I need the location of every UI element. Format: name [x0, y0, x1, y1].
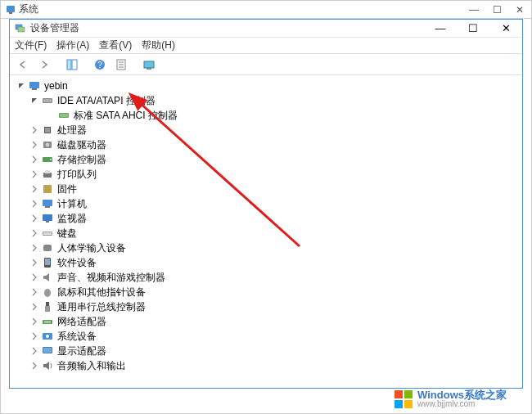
tree-child-item[interactable]: 标准 SATA AHCI 控制器: [13, 108, 522, 123]
svg-rect-13: [147, 68, 151, 70]
tree-item[interactable]: 计算机: [13, 196, 522, 211]
outer-min-button[interactable]: —: [462, 1, 485, 18]
display-icon: [41, 344, 54, 358]
tree-item-label: 声音、视频和游戏控制器: [57, 271, 165, 285]
tree-item[interactable]: IDE ATA/ATAPI 控制器: [13, 93, 522, 108]
chevron-right-icon[interactable]: [29, 346, 39, 356]
svg-rect-0: [7, 6, 15, 12]
chevron-right-icon[interactable]: [29, 125, 39, 135]
svg-rect-27: [45, 170, 50, 173]
chevron-right-icon[interactable]: [29, 302, 39, 312]
nav-forward-button[interactable]: [34, 56, 54, 74]
svg-rect-17: [43, 99, 52, 102]
toolbar-help-icon[interactable]: ?: [90, 56, 110, 74]
tree-item[interactable]: 鼠标和其他指针设备: [13, 285, 522, 299]
tree-item[interactable]: 音频输入和输出: [13, 358, 522, 373]
svg-rect-1: [9, 12, 12, 14]
chevron-right-icon[interactable]: [29, 214, 39, 223]
outer-max-button[interactable]: ☐: [485, 1, 508, 18]
tree-item[interactable]: 键盘: [13, 226, 522, 241]
network-icon: [41, 315, 54, 328]
cpu-icon: [41, 124, 54, 137]
svg-rect-29: [43, 200, 52, 206]
tree-item[interactable]: 声音、视频和游戏控制器: [13, 270, 522, 285]
tree-root[interactable]: yebin: [13, 79, 522, 93]
tree-item-label: 磁盘驱动器: [57, 138, 106, 152]
chevron-right-icon[interactable]: [29, 169, 39, 179]
menu-file[interactable]: 文件(F): [15, 38, 47, 52]
svg-rect-3: [18, 27, 25, 32]
audio-icon: [41, 271, 54, 284]
menu-action[interactable]: 操作(A): [56, 38, 89, 52]
menu-help[interactable]: 帮助(H): [142, 38, 175, 52]
outer-titlebar: 系统 — ☐ ✕: [1, 1, 531, 19]
chevron-right-icon[interactable]: [29, 184, 39, 194]
tree-item[interactable]: 打印队列: [13, 167, 522, 182]
tree-item-label: 系统设备: [57, 330, 97, 344]
tree-item[interactable]: 软件设备: [13, 255, 522, 270]
tree-item-label: 显示适配器: [57, 344, 106, 358]
chevron-right-icon[interactable]: [29, 258, 39, 268]
tree-item[interactable]: 人体学输入设备: [13, 241, 522, 255]
watermark-url: www.bjjmlv.com: [417, 400, 507, 408]
device-tree[interactable]: yebinIDE ATA/ATAPI 控制器标准 SATA AHCI 控制器处理…: [10, 75, 522, 388]
firmware-icon: [41, 182, 54, 196]
tree-item[interactable]: 存储控制器: [13, 152, 522, 167]
svg-rect-5: [72, 60, 77, 70]
tree-item[interactable]: 监视器: [13, 211, 522, 226]
tree-item-label: IDE ATA/ATAPI 控制器: [57, 94, 156, 108]
svg-point-38: [44, 289, 51, 297]
software-icon: [41, 256, 54, 269]
tree-item[interactable]: 通用串行总线控制器: [13, 299, 522, 314]
disk-icon: [41, 138, 54, 151]
svg-rect-37: [45, 259, 50, 265]
tree-item[interactable]: 显示适配器: [13, 344, 522, 358]
chevron-right-icon[interactable]: [29, 155, 39, 164]
tree-item-label: 处理器: [57, 124, 87, 137]
inner-min-button[interactable]: —: [424, 20, 457, 37]
toolbar-scan-icon[interactable]: [139, 56, 159, 74]
chevron-right-icon[interactable]: [29, 331, 39, 341]
chevron-right-icon[interactable]: [29, 361, 39, 371]
chevron-right-icon[interactable]: [29, 272, 39, 282]
inner-close-button[interactable]: ✕: [489, 20, 522, 37]
chevron-right-icon[interactable]: [29, 287, 39, 297]
computer-icon: [28, 79, 41, 92]
svg-rect-4: [67, 60, 71, 70]
tree-item[interactable]: 网络适配器: [13, 314, 522, 329]
tree-item[interactable]: 系统设备: [13, 329, 522, 344]
chevron-right-icon[interactable]: [29, 243, 39, 253]
tree-item-label: 键盘: [57, 227, 77, 241]
tree-item[interactable]: 固件: [13, 182, 522, 196]
sata-icon: [57, 109, 70, 122]
mouse-icon: [41, 286, 54, 299]
svg-rect-32: [46, 221, 49, 223]
chevron-down-icon[interactable]: [29, 96, 39, 106]
outer-title: 系统: [19, 2, 38, 16]
svg-rect-19: [60, 114, 68, 117]
svg-rect-31: [43, 214, 52, 221]
svg-text:?: ?: [97, 61, 102, 70]
toolbar-detail-icon[interactable]: [62, 56, 82, 74]
toolbar-properties-icon[interactable]: [111, 56, 131, 74]
outer-close-button[interactable]: ✕: [508, 1, 531, 18]
ide-icon: [41, 94, 54, 107]
chevron-right-icon[interactable]: [29, 199, 39, 209]
chevron-right-icon[interactable]: [29, 228, 39, 238]
tree-item[interactable]: 磁盘驱动器: [13, 137, 522, 152]
menu-view[interactable]: 查看(V): [99, 38, 132, 52]
svg-rect-42: [44, 321, 51, 323]
chevron-right-icon[interactable]: [29, 140, 39, 150]
chevron-down-icon[interactable]: [16, 81, 26, 91]
storage-icon: [41, 153, 54, 166]
tree-item-label: 计算机: [57, 197, 87, 211]
inner-max-button[interactable]: ☐: [457, 20, 489, 37]
nav-back-button[interactable]: [13, 56, 33, 74]
svg-rect-12: [144, 61, 154, 68]
svg-rect-35: [43, 245, 52, 251]
tree-item[interactable]: 处理器: [13, 123, 522, 137]
chevron-right-icon[interactable]: [29, 317, 39, 326]
svg-point-23: [46, 143, 50, 147]
computer-icon: [41, 197, 54, 210]
tree-item-label: 软件设备: [57, 256, 97, 270]
